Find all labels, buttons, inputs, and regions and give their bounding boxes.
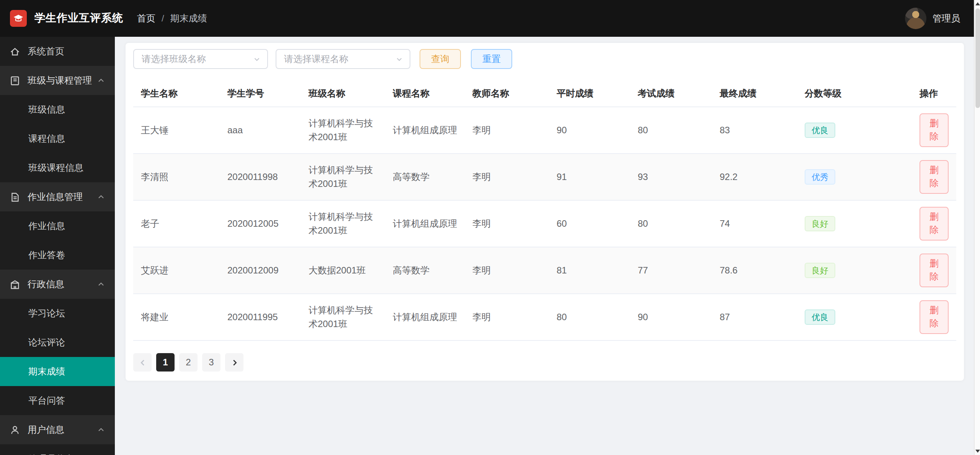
- sidebar-item-label: 系统首页: [28, 45, 64, 58]
- select-placeholder: 请选择课程名称: [284, 52, 395, 65]
- cell-actions: 删除: [912, 200, 956, 247]
- delete-button[interactable]: 删除: [920, 300, 949, 334]
- sidebar-group-label: 作业信息管理: [28, 190, 83, 203]
- cell-student-name: 王大锤: [133, 107, 220, 154]
- pagination-next-button[interactable]: [225, 353, 243, 372]
- cell-teacher-name: 李明: [465, 107, 549, 154]
- graduation-cap-icon: [13, 13, 24, 24]
- cell-course-name: 计算机组成原理: [385, 294, 465, 340]
- class-name-select[interactable]: 请选择班级名称: [133, 49, 268, 69]
- sidebar-item-label: 作业信息: [28, 219, 65, 232]
- sidebar-item-admin-info[interactable]: 管理员信息: [0, 444, 115, 455]
- breadcrumb-separator: /: [162, 13, 164, 24]
- sidebar-item-homework-answers[interactable]: 作业答卷: [0, 241, 115, 270]
- sidebar-item-label: 论坛评论: [28, 336, 65, 349]
- sidebar-item-label: 班级信息: [28, 103, 65, 116]
- cell-student-name: 李清照: [133, 154, 220, 200]
- cell-regular-score: 60: [549, 200, 630, 247]
- cell-regular-score: 81: [549, 247, 630, 294]
- sidebar-group-class-course[interactable]: 班级与课程管理: [0, 66, 115, 95]
- chevron-left-icon: [138, 358, 147, 367]
- column-header-actions: 操作: [912, 81, 956, 107]
- column-header-exam-score: 考试成绩: [630, 81, 712, 107]
- pagination: 1 2 3: [133, 353, 956, 372]
- sidebar-item-class-course-info[interactable]: 班级课程信息: [0, 153, 115, 182]
- course-name-select[interactable]: 请选择课程名称: [276, 49, 410, 69]
- cell-teacher-name: 李明: [465, 154, 549, 200]
- app-logo: [10, 10, 27, 27]
- scrollbar-thumb[interactable]: [975, 8, 980, 108]
- sidebar-item-label: 平台问答: [28, 394, 65, 407]
- column-header-final-score: 最终成绩: [712, 81, 797, 107]
- pagination-page-1[interactable]: 1: [156, 353, 175, 372]
- cell-exam-score: 80: [630, 107, 712, 154]
- scrollbar[interactable]: [974, 0, 980, 455]
- breadcrumb-home[interactable]: 首页: [137, 12, 155, 25]
- cell-regular-score: 91: [549, 154, 630, 200]
- chevron-up-icon: [96, 76, 106, 85]
- column-header-student-id: 学生学号: [220, 81, 301, 107]
- cell-actions: 删除: [912, 107, 956, 154]
- reset-button[interactable]: 重置: [471, 49, 512, 69]
- cell-teacher-name: 李明: [465, 247, 549, 294]
- scrollbar-down-arrow-icon[interactable]: [975, 450, 980, 453]
- delete-button[interactable]: 删除: [920, 254, 949, 287]
- sidebar-group-label: 用户信息: [28, 423, 64, 436]
- sidebar-item-platform-qa[interactable]: 平台问答: [0, 386, 115, 415]
- cell-student-id: 2020012005: [220, 200, 301, 247]
- sidebar-item-label: 班级课程信息: [28, 161, 83, 174]
- cell-student-id: aaa: [220, 107, 301, 154]
- sidebar-item-study-forum[interactable]: 学习论坛: [0, 299, 115, 328]
- delete-button[interactable]: 删除: [920, 113, 949, 147]
- cell-regular-score: 90: [549, 107, 630, 154]
- cell-course-name: 计算机组成原理: [385, 200, 465, 247]
- delete-button[interactable]: 删除: [920, 207, 949, 241]
- pagination-prev-button[interactable]: [133, 353, 152, 372]
- pagination-page-2[interactable]: 2: [179, 353, 198, 372]
- cell-teacher-name: 李明: [465, 294, 549, 340]
- cell-class-name: 计算机科学与技术2001班: [301, 294, 385, 340]
- cell-student-name: 艾跃进: [133, 247, 220, 294]
- sidebar-group-users[interactable]: 用户信息: [0, 415, 115, 444]
- chevron-up-icon: [96, 425, 106, 434]
- delete-button[interactable]: 删除: [920, 160, 949, 194]
- select-placeholder: 请选择班级名称: [142, 52, 253, 65]
- cell-course-name: 高等数学: [385, 154, 465, 200]
- cell-class-name: 计算机科学与技术2001班: [301, 200, 385, 247]
- grade-tag: 优秀: [805, 169, 835, 185]
- sidebar-item-class-info[interactable]: 班级信息: [0, 95, 115, 124]
- chevron-up-icon: [96, 280, 106, 289]
- sidebar-group-homework[interactable]: 作业信息管理: [0, 182, 115, 211]
- header-user-area: 管理员: [905, 8, 980, 29]
- sidebar-item-label: 课程信息: [28, 132, 65, 145]
- avatar[interactable]: [905, 8, 926, 29]
- sidebar: 系统首页 班级与课程管理 班级信息 课程信息 班级课程信息 作业信息管理 作业信…: [0, 37, 115, 455]
- cell-course-name: 计算机组成原理: [385, 107, 465, 154]
- cell-class-name: 计算机科学与技术2001班: [301, 107, 385, 154]
- search-button[interactable]: 查询: [420, 49, 461, 69]
- column-header-course-name: 课程名称: [385, 81, 465, 107]
- cell-actions: 删除: [912, 247, 956, 294]
- sidebar-item-course-info[interactable]: 课程信息: [0, 124, 115, 153]
- column-header-class-name: 班级名称: [301, 81, 385, 107]
- app-title: 学生作业互评系统: [34, 11, 123, 25]
- cell-grade-level: 优秀: [797, 154, 912, 200]
- sidebar-item-final-grades[interactable]: 期末成绩: [0, 357, 115, 386]
- cell-exam-score: 80: [630, 200, 712, 247]
- column-header-teacher-name: 教师名称: [465, 81, 549, 107]
- cell-course-name: 高等数学: [385, 247, 465, 294]
- sidebar-item-system-home[interactable]: 系统首页: [0, 37, 115, 66]
- sidebar-item-forum-comments[interactable]: 论坛评论: [0, 328, 115, 357]
- cell-class-name: 大数据2001班: [301, 247, 385, 294]
- column-header-grade-level: 分数等级: [797, 81, 912, 107]
- cell-grade-level: 优良: [797, 107, 912, 154]
- sidebar-group-administration[interactable]: 行政信息: [0, 270, 115, 299]
- chevron-down-icon: [253, 55, 261, 63]
- scrollbar-up-arrow-icon[interactable]: [975, 2, 980, 5]
- grade-tag: 良好: [805, 263, 835, 278]
- user-icon: [9, 424, 21, 435]
- column-header-student-name: 学生名称: [133, 81, 220, 107]
- sidebar-item-homework-info[interactable]: 作业信息: [0, 211, 115, 241]
- pagination-page-3[interactable]: 3: [202, 353, 220, 372]
- sidebar-item-label: 期末成绩: [28, 365, 65, 378]
